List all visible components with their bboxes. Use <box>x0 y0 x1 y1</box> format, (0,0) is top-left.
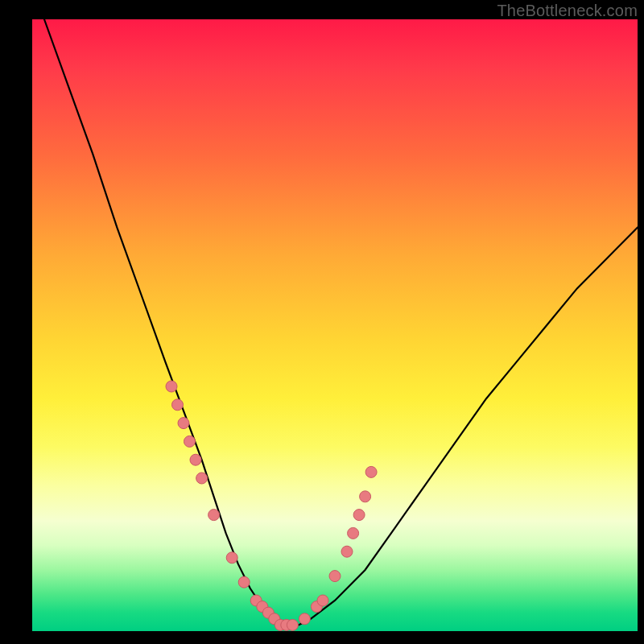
marker-dot <box>184 436 196 447</box>
marker-dot <box>360 491 371 502</box>
marker-dot <box>341 546 353 557</box>
marker-dot <box>287 619 298 630</box>
marker-dot <box>348 527 359 539</box>
marker-dot <box>353 510 365 521</box>
marker-dot <box>166 381 177 392</box>
bottleneck-curve <box>44 19 638 625</box>
curve-svg <box>32 19 638 631</box>
marker-dot <box>238 576 250 588</box>
chart-frame: TheBottleneck.com <box>0 0 644 644</box>
marker-dot <box>365 466 377 477</box>
marker-dot <box>299 613 310 625</box>
marker-dot <box>190 454 201 465</box>
plot-area <box>32 19 638 631</box>
marker-dot <box>317 595 328 606</box>
watermark-text: TheBottleneck.com <box>497 2 638 20</box>
marker-dot <box>196 473 208 484</box>
marker-dot <box>172 399 184 411</box>
marker-dots <box>166 381 377 630</box>
marker-dot <box>226 552 237 564</box>
marker-dot <box>208 510 220 521</box>
marker-dot <box>329 571 341 582</box>
marker-dot <box>178 418 189 429</box>
